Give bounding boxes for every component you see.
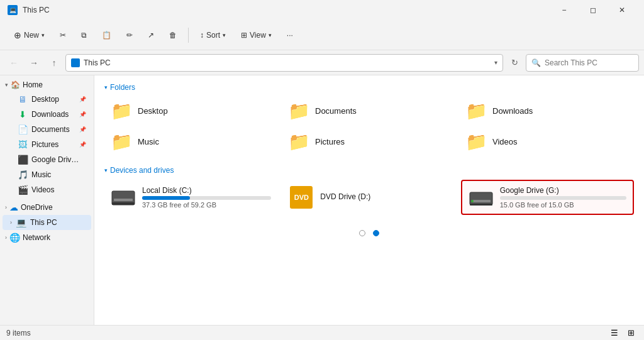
sort-button[interactable]: ↕ Sort ▾	[194, 27, 232, 43]
network-icon: 🌐	[9, 233, 20, 243]
refresh-button[interactable]: ↻	[506, 54, 523, 72]
pin-icon-3: 📌	[79, 126, 86, 133]
drives-header-label: Devices and drives	[110, 166, 174, 175]
title-bar-left: 💻 This PC	[8, 5, 50, 15]
drives-section-header[interactable]: ▾ Devices and drives	[104, 166, 634, 175]
svg-rect-1	[112, 202, 135, 205]
onedrive-icon: ☁	[9, 202, 18, 212]
pin-icon-2: 📌	[79, 111, 86, 118]
folder-item-videos[interactable]: 📁 Videos	[459, 128, 634, 156]
sidebar-item-google-drive[interactable]: ⬛ Google Drive (C:…	[3, 152, 91, 167]
drive-c-bar-bg	[142, 196, 271, 200]
sidebar-item-music[interactable]: 🎵 Music	[3, 167, 91, 182]
search-box[interactable]: 🔍	[526, 54, 639, 72]
view-button[interactable]: ⊞ View ▾	[235, 27, 278, 43]
drive-item-g[interactable]: Google Drive (G:) 15.0 GB free of 15.0 G…	[461, 180, 634, 215]
folder-videos-icon: 📁	[465, 131, 487, 152]
view-icon: ⊞	[241, 31, 247, 40]
folder-item-desktop[interactable]: 📁 Desktop	[104, 97, 279, 125]
folder-pictures-icon: 📁	[288, 131, 310, 152]
paste-button[interactable]: 📋	[96, 27, 118, 43]
folder-item-music[interactable]: 📁 Music	[104, 128, 279, 156]
sidebar-group-home[interactable]: ▾ 🏠 Home	[0, 78, 94, 92]
sidebar-item-desktop[interactable]: 🖥 Desktop 📌	[3, 92, 91, 107]
home-chevron-icon: ▾	[5, 82, 8, 88]
new-chevron-icon: ▾	[42, 32, 45, 38]
folders-grid: 📁 Desktop 📁 Documents 📁 Downloads 📁 Musi…	[104, 97, 634, 156]
drive-item-d[interactable]: DVD DVD Drive (D:)	[282, 180, 455, 215]
copy-button[interactable]: ⧉	[75, 27, 93, 43]
folder-documents-icon: 📁	[288, 101, 310, 121]
share-button[interactable]: ↗	[142, 27, 160, 43]
content-area: ▾ Folders 📁 Desktop 📁 Documents 📁 Downlo…	[94, 75, 644, 325]
svg-rect-2	[114, 199, 133, 201]
folders-section-header[interactable]: ▾ Folders	[104, 83, 634, 92]
svg-rect-5	[472, 200, 491, 202]
drive-c-bar-fill	[142, 196, 190, 200]
pin-icon: 📌	[79, 96, 86, 102]
up-button[interactable]: ↑	[45, 54, 63, 72]
address-text: This PC	[84, 58, 491, 67]
address-box[interactable]: This PC ▾	[65, 54, 503, 72]
sidebar-network-label: Network	[23, 233, 50, 242]
toolbar-separator	[188, 28, 189, 43]
sidebar-google-drive-label: Google Drive (C:…	[31, 155, 82, 164]
back-button[interactable]: ←	[5, 54, 23, 72]
desktop-icon: 🖥	[18, 94, 28, 104]
drive-g-info: Google Drive (G:) 15.0 GB free of 15.0 G…	[500, 186, 626, 209]
folder-item-documents[interactable]: 📁 Documents	[282, 97, 457, 125]
minimize-button[interactable]: −	[550, 0, 579, 20]
sidebar-group-onedrive[interactable]: › ☁ OneDrive	[0, 200, 94, 215]
folder-desktop-label: Desktop	[138, 106, 168, 116]
list-view-icon: ☰	[611, 328, 618, 337]
sidebar-item-videos[interactable]: 🎬 Videos	[3, 182, 91, 197]
grid-view-icon: ⊞	[628, 328, 635, 337]
delete-icon: 🗑	[169, 31, 177, 40]
sidebar-item-downloads[interactable]: ⬇ Downloads 📌	[3, 107, 91, 122]
folder-item-downloads[interactable]: 📁 Downloads	[459, 97, 634, 125]
drives-grid: Local Disk (C:) 37.3 GB free of 59.2 GB …	[104, 180, 634, 215]
sidebar-item-pictures[interactable]: 🖼 Pictures 📌	[3, 137, 91, 152]
svg-point-6	[471, 200, 474, 202]
drive-d-icon: DVD	[289, 185, 314, 210]
search-input[interactable]	[545, 58, 633, 67]
grid-view-button[interactable]: ⊞	[624, 326, 638, 340]
drive-item-c[interactable]: Local Disk (C:) 37.3 GB free of 59.2 GB	[104, 180, 277, 215]
app-icon: 💻	[8, 5, 18, 15]
main-area: ▾ 🏠 Home 🖥 Desktop 📌 ⬇ Downloads 📌 📄 Doc…	[0, 75, 644, 325]
sidebar-item-documents[interactable]: 📄 Documents 📌	[3, 122, 91, 137]
sidebar-group-network[interactable]: › 🌐 Network	[0, 230, 94, 245]
forward-button[interactable]: →	[25, 54, 43, 72]
drive-g-name: Google Drive (G:)	[500, 186, 626, 195]
folder-item-pictures[interactable]: 📁 Pictures	[282, 128, 457, 156]
sidebar-item-thispc[interactable]: › 💻 This PC	[3, 215, 91, 230]
new-icon: ⊕	[14, 30, 21, 40]
share-icon: ↗	[148, 31, 154, 40]
more-icon: ···	[287, 31, 293, 40]
sort-chevron-icon: ▾	[223, 32, 226, 38]
carousel-dot-2[interactable]	[373, 230, 379, 236]
folders-header-label: Folders	[110, 83, 135, 92]
rename-button[interactable]: ✏	[120, 27, 139, 43]
folder-downloads-label: Downloads	[492, 106, 533, 116]
address-icon	[71, 58, 80, 67]
drive-c-free: 37.3 GB free of 59.2 GB	[142, 201, 271, 209]
folder-pictures-label: Pictures	[315, 137, 345, 146]
new-button[interactable]: ⊕ New ▾	[8, 26, 51, 44]
delete-button[interactable]: 🗑	[163, 27, 183, 43]
maximize-button[interactable]: ◻	[579, 0, 608, 20]
more-button[interactable]: ···	[280, 27, 299, 43]
status-bar: 9 items ☰ ⊞	[0, 325, 644, 340]
rename-icon: ✏	[126, 31, 133, 40]
cut-icon: ✂	[60, 31, 66, 40]
close-button[interactable]: ✕	[608, 0, 636, 20]
view-controls: ☰ ⊞	[608, 326, 638, 340]
music-icon: 🎵	[18, 170, 28, 180]
list-view-button[interactable]: ☰	[608, 326, 621, 340]
carousel-dot-1[interactable]	[359, 230, 365, 236]
window-controls: − ◻ ✕	[550, 0, 636, 20]
cut-button[interactable]: ✂	[53, 27, 72, 43]
sidebar-documents-label: Documents	[31, 125, 70, 134]
sort-icon: ↕	[200, 31, 204, 40]
copy-icon: ⧉	[81, 31, 87, 40]
